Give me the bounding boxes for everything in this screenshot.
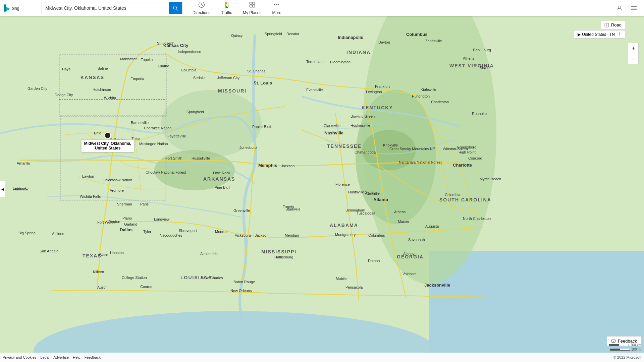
user-button[interactable] — [613, 2, 625, 14]
svg-rect-11 — [253, 2, 255, 4]
bing-logo: bing — [4, 3, 31, 13]
svg-rect-13 — [253, 5, 255, 7]
svg-point-15 — [276, 4, 277, 5]
svg-point-14 — [274, 4, 275, 5]
my-places-label: My Places — [243, 10, 261, 15]
nav-traffic[interactable]: Traffic — [216, 0, 237, 16]
hamburger-icon — [631, 5, 637, 11]
marker-label-line1: Midwest City, Oklahoma, — [84, 141, 131, 146]
svg-point-34 — [385, 155, 387, 156]
nav-items: Directions Traffic — [188, 0, 286, 16]
svg-point-8 — [226, 4, 227, 5]
svg-rect-10 — [250, 2, 252, 4]
traffic-label: Traffic — [221, 10, 232, 15]
marker-label-line2: United States — [95, 146, 121, 150]
traffic-icon — [223, 1, 230, 10]
nav-directions[interactable]: Directions — [188, 0, 215, 16]
settings-icon — [618, 32, 622, 36]
svg-point-38 — [619, 34, 620, 35]
more-label: More — [272, 10, 281, 15]
layer-settings-button[interactable] — [618, 32, 622, 37]
svg-point-32 — [388, 147, 390, 149]
legal-link[interactable]: Legal — [40, 355, 49, 359]
scale-line-mi: 100 mi — [610, 348, 641, 351]
header-right — [613, 2, 644, 14]
copyright-text: © 2022 Microsoft — [613, 355, 641, 359]
map-container[interactable]: Kansas CitySpringfieldDecaturIndianapoli… — [0, 16, 644, 362]
help-link[interactable]: Help — [73, 355, 80, 359]
my-places-icon — [249, 1, 256, 10]
svg-point-28 — [362, 130, 416, 170]
svg-point-29 — [154, 150, 235, 190]
map-type-button[interactable]: Road — [601, 21, 625, 29]
search-input[interactable] — [42, 5, 169, 11]
layer-label: United States · TN — [582, 32, 615, 37]
zoom-controls: + − — [628, 43, 639, 64]
svg-rect-39 — [611, 340, 615, 342]
header: bing Directions — [0, 0, 644, 16]
marker-dot — [104, 132, 111, 139]
directions-label: Directions — [193, 10, 210, 15]
nav-my-places[interactable]: My Places — [238, 0, 266, 16]
logo: bing — [0, 3, 40, 13]
directions-icon — [198, 1, 205, 10]
sidebar-toggle[interactable]: ◀ — [0, 181, 5, 197]
svg-rect-12 — [250, 5, 252, 7]
svg-point-7 — [226, 2, 227, 3]
scale-graphic-km — [609, 344, 629, 346]
svg-text:bing: bing — [12, 6, 19, 11]
user-icon — [616, 5, 623, 11]
svg-point-9 — [226, 6, 227, 7]
sidebar-arrow-icon: ◀ — [1, 187, 4, 191]
map-type-label: Road — [611, 22, 622, 27]
svg-point-33 — [393, 153, 395, 154]
scale-label-mi: 100 mi — [631, 348, 641, 351]
feedback-label: Feedback — [618, 339, 637, 344]
marker-label: Midwest City, Oklahoma, United States — [81, 139, 134, 152]
layer-select[interactable]: ▶ United States · TN — [574, 30, 625, 39]
road-icon — [604, 23, 609, 27]
scale-line-km: 200 km — [609, 343, 641, 347]
search-button[interactable] — [169, 2, 182, 14]
search-icon — [173, 5, 178, 11]
svg-line-4 — [176, 9, 177, 10]
svg-rect-0 — [4, 4, 6, 11]
search-bar — [42, 2, 182, 14]
advertise-link[interactable]: Advertise — [53, 355, 69, 359]
menu-button[interactable] — [628, 2, 640, 14]
privacy-link[interactable]: Privacy and Cookies — [3, 355, 36, 359]
feedback-icon — [611, 339, 616, 344]
nav-more[interactable]: More — [267, 0, 286, 16]
scale-label-km: 200 km — [630, 343, 641, 347]
bottom-bar: Privacy and Cookies Legal Advertise Help… — [0, 353, 644, 362]
location-marker: Midwest City, Oklahoma, United States — [104, 132, 111, 139]
zoom-in-button[interactable]: + — [628, 43, 639, 54]
svg-point-16 — [278, 4, 279, 5]
more-icon — [273, 1, 280, 10]
chevron-right-icon: ▶ — [578, 32, 581, 37]
svg-marker-1 — [6, 7, 10, 11]
map-background — [0, 16, 644, 362]
svg-point-17 — [618, 6, 621, 8]
scale-bar: 200 km 100 mi — [609, 343, 641, 351]
zoom-out-button[interactable]: − — [628, 54, 639, 64]
bottom-feedback-link[interactable]: Feedback — [85, 355, 101, 359]
scale-graphic-mi — [610, 349, 630, 351]
